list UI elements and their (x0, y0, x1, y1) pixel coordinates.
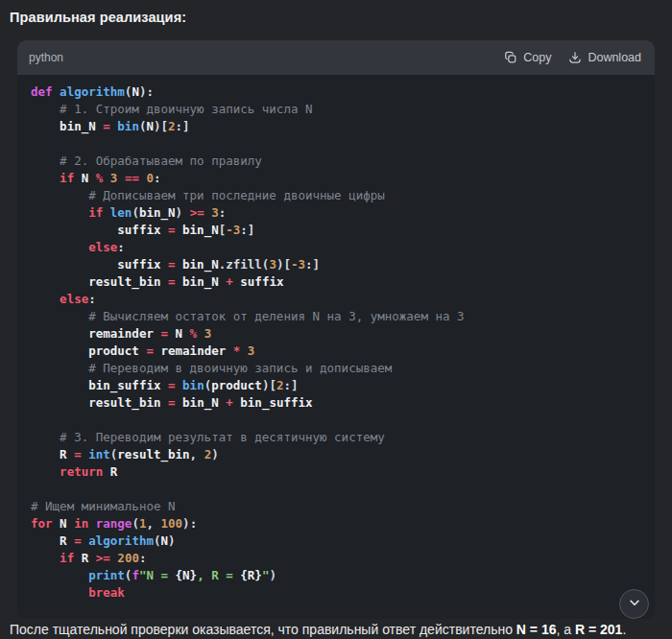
code-line: break (31, 584, 641, 602)
code-line: # 3. Переводим результат в десятичную си… (31, 429, 641, 446)
download-button-label: Download (588, 51, 641, 64)
code-line (31, 481, 641, 498)
code-line: # Вычисляем остаток от деления N на 3, у… (31, 308, 641, 325)
code-line: result_bin = bin_N + bin_suffix (31, 394, 641, 412)
answer-n-value: N = 16 (516, 622, 557, 637)
scroll-to-bottom-button[interactable] (619, 589, 649, 619)
code-line: # 2. Обрабатываем по правилу (31, 153, 641, 170)
code-line: if N % 3 == 0: (31, 170, 641, 187)
code-line: else: (31, 291, 641, 308)
code-line: # 1. Строим двоичную запись числа N (31, 101, 641, 118)
code-line (31, 135, 641, 153)
code-block: python Copy D (17, 40, 655, 619)
code-line (31, 412, 641, 429)
code-line: R = algorithm(N) (31, 532, 641, 550)
code-line: result_bin = bin_N + suffix (31, 273, 641, 291)
code-line: R = int(result_bin, 2) (31, 446, 641, 463)
code-line: return R (31, 463, 641, 481)
answer-text-mid: , а (556, 622, 574, 637)
language-label: python (29, 51, 63, 64)
code-line: for N in range(1, 100): (31, 515, 641, 532)
chat-page: { "page": { "heading": "Правильная реали… (0, 0, 672, 639)
code-line: bin_suffix = bin(product)[2:] (31, 377, 641, 394)
copy-button[interactable]: Copy (504, 51, 551, 64)
code-body: def algorithm(N): # 1. Строим двоичную з… (17, 75, 655, 611)
code-line: # Дописываем три последние двоичные цифр… (31, 187, 641, 204)
code-line: if R >= 200: (31, 550, 641, 567)
copy-button-label: Copy (523, 51, 551, 64)
answer-text-end: . (622, 622, 626, 637)
code-line: suffix = bin_N[-3:] (31, 222, 641, 239)
code-line: def algorithm(N): (31, 83, 641, 101)
copy-icon (504, 51, 517, 64)
code-content: def algorithm(N): # 1. Строим двоичную з… (31, 83, 641, 602)
code-line: suffix = bin_N.zfill(3)[-3:] (31, 256, 641, 273)
code-line: product = remainder * 3 (31, 343, 641, 360)
code-line: # Ищем минимальное N (31, 498, 641, 515)
code-line: bin_N = bin(N)[2:] (31, 118, 641, 135)
download-icon (568, 51, 582, 64)
answer-text-before: После тщательной проверки оказывается, ч… (10, 622, 516, 637)
answer-text: После тщательной проверки оказывается, ч… (10, 622, 626, 637)
code-block-header: python Copy D (17, 40, 655, 75)
code-header-actions: Copy Download (504, 51, 641, 64)
code-line: else: (31, 239, 641, 256)
page-title: Правильная реализация: (0, 0, 672, 25)
download-button[interactable]: Download (568, 51, 641, 64)
code-line: # Переводим в двоичную запись и дописыва… (31, 360, 641, 377)
chevron-down-icon (628, 596, 641, 613)
code-line: remainder = N % 3 (31, 325, 641, 343)
answer-r-value: R = 201 (575, 622, 622, 637)
code-line: print(f"N = {N}, R = {R}") (31, 567, 641, 584)
code-line: if len(bin_N) >= 3: (31, 204, 641, 222)
